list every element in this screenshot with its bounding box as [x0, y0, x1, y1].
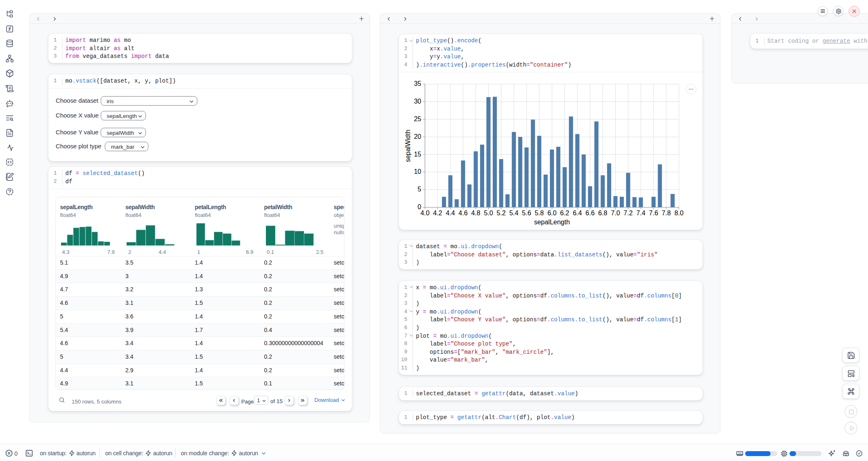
- svg-text:8.0: 8.0: [674, 210, 683, 217]
- svg-text:5.0: 5.0: [484, 210, 493, 217]
- svg-text:15: 15: [414, 151, 421, 158]
- svg-text:4.2: 4.2: [433, 210, 442, 217]
- svg-text:0: 0: [418, 203, 421, 210]
- svg-text:4.6: 4.6: [459, 210, 468, 217]
- svg-text:6.6: 6.6: [586, 210, 595, 217]
- svg-text:5.6: 5.6: [522, 210, 531, 217]
- svg-text:7.0: 7.0: [611, 210, 620, 217]
- svg-text:6.4: 6.4: [573, 210, 582, 217]
- svg-text:7.2: 7.2: [623, 210, 633, 217]
- svg-text:sepalLength: sepalLength: [534, 219, 570, 226]
- svg-text:30: 30: [414, 98, 421, 105]
- svg-text:5.4: 5.4: [509, 210, 518, 217]
- svg-text:sepalWidth: sepalWidth: [404, 130, 411, 162]
- svg-text:6.8: 6.8: [598, 210, 607, 217]
- svg-text:7.4: 7.4: [636, 210, 645, 217]
- svg-text:6.2: 6.2: [560, 210, 569, 217]
- svg-text:7.6: 7.6: [649, 210, 658, 217]
- svg-text:4.4: 4.4: [446, 210, 455, 217]
- svg-text:6.0: 6.0: [547, 210, 556, 217]
- svg-text:4.0: 4.0: [420, 210, 429, 217]
- svg-text:4.8: 4.8: [471, 210, 480, 217]
- svg-text:20: 20: [414, 133, 421, 140]
- svg-text:5: 5: [418, 186, 421, 193]
- svg-text:5.8: 5.8: [535, 210, 544, 217]
- svg-text:5.2: 5.2: [496, 210, 506, 217]
- svg-text:35: 35: [414, 80, 421, 87]
- svg-text:10: 10: [414, 168, 421, 175]
- svg-text:7.8: 7.8: [662, 210, 671, 217]
- svg-text:25: 25: [414, 115, 421, 122]
